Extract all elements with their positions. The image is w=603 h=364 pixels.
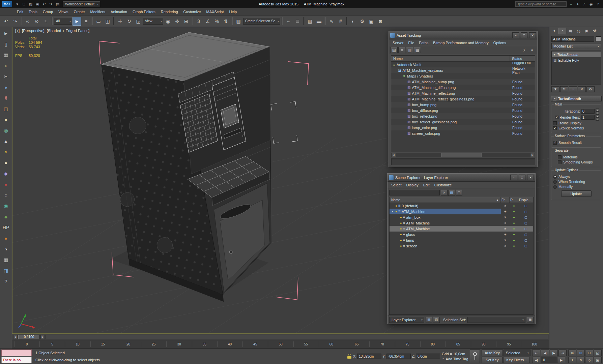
menu-item[interactable]: File — [406, 40, 417, 46]
make-unique-button[interactable]: ▱ — [569, 86, 577, 92]
asset-row[interactable]: ▧ ATM_Machine_diffuse.png Found — [391, 85, 535, 90]
z-coordinate-field[interactable]: 0,0cm — [416, 354, 440, 359]
context-help-icon[interactable]: ✦ — [528, 47, 536, 53]
menu-item[interactable]: MAXScript — [204, 9, 227, 15]
display-toggle[interactable]: ▢ — [518, 239, 533, 242]
menu-item[interactable]: Select — [389, 182, 404, 188]
tree-icon[interactable]: ♣ — [2, 213, 10, 220]
renderable-toggle[interactable]: ● — [510, 227, 518, 231]
renderable-toggle[interactable]: ● — [510, 221, 518, 225]
minimize-button[interactable]: − — [510, 175, 517, 180]
undo-icon[interactable]: ↶ — [41, 1, 47, 7]
material-editor-button[interactable]: ◐ — [349, 17, 357, 26]
clear-search-icon[interactable]: ✕ — [441, 190, 448, 196]
menu-item[interactable]: Display — [404, 182, 421, 188]
visibility-bulb-icon[interactable]: ● — [400, 233, 402, 236]
menu-item[interactable]: Views — [56, 9, 71, 15]
freeze-toggle[interactable]: ✳ — [501, 244, 510, 248]
render-column-header[interactable]: R... — [510, 197, 518, 203]
moon-icon[interactable]: ◑ — [2, 245, 10, 253]
snap-toggle-3d-button[interactable]: 3 — [194, 17, 203, 26]
menu-item[interactable]: Group — [40, 9, 56, 15]
select-by-name-button[interactable]: ≡ — [82, 17, 90, 26]
render-production-button[interactable]: ◙ — [376, 17, 385, 26]
freeze-toggle[interactable]: ✳ — [501, 221, 510, 225]
asset-row[interactable]: ▧ screen_color.png Found — [391, 130, 535, 136]
highlight-edits-icon[interactable]: ⚡ — [521, 47, 528, 53]
reference-coordinate-dropdown[interactable]: View — [143, 18, 163, 25]
scene-explorer-row[interactable]: ▼ ● ≣ ATM_Machine ✳ ● ▢ — [390, 209, 533, 214]
selection-filter-dropdown[interactable]: All — [54, 18, 72, 25]
explicit-normals-checkbox[interactable] — [553, 126, 557, 130]
help-icon[interactable]: ? — [595, 1, 601, 7]
expand-caret-icon[interactable]: ▼ — [391, 210, 394, 213]
modifier-bulb-icon[interactable]: ▦ — [553, 59, 556, 62]
always-radio[interactable] — [553, 175, 557, 179]
previous-frame-button[interactable]: ◀ — [541, 350, 549, 356]
turbosmooth-rollout-header[interactable]: − TurboSmooth — [551, 96, 602, 101]
swirl-icon[interactable]: ◉ — [2, 202, 10, 210]
current-frame-field[interactable]: 0 — [541, 357, 556, 363]
selection-set-dropdown[interactable] — [467, 317, 525, 323]
scene-explorer-row[interactable]: ● ◆ atm_box ✳ ● ▢ — [390, 214, 533, 220]
display-toggle[interactable]: ▢ — [518, 216, 533, 219]
select-arrow-icon[interactable]: ► — [2, 30, 10, 37]
tree-view-icon[interactable]: ▤ — [391, 47, 398, 53]
angle-snap-toggle[interactable]: ∠ — [203, 17, 212, 26]
explorer-mode-dropdown[interactable]: Layer Explorer — [389, 317, 424, 323]
scissors-icon[interactable]: ✂ — [2, 73, 10, 80]
render-iters-field[interactable]: 1 — [581, 115, 595, 120]
close-button[interactable]: ✕ — [527, 175, 534, 180]
selection-lock-toggle[interactable] — [347, 354, 351, 359]
visibility-bulb-icon[interactable]: ● — [395, 204, 397, 208]
calendar-icon[interactable]: ▦ — [2, 256, 10, 264]
spinner-snap-toggle[interactable]: ⇅ — [222, 17, 230, 26]
freeze-toggle[interactable]: ✳ — [501, 204, 510, 208]
edit-selection-set-icon[interactable]: ▦ — [527, 317, 534, 323]
viewport-shading-menu[interactable]: [Shaded + Edged Faces] — [47, 29, 90, 33]
smoothing-groups-checkbox[interactable] — [558, 160, 562, 164]
menu-item[interactable]: Create — [71, 9, 87, 15]
section-icon[interactable]: § — [2, 94, 10, 102]
visibility-bulb-icon[interactable]: ● — [400, 227, 402, 231]
use-pivot-point-button[interactable]: ◉ — [164, 17, 172, 26]
hierarchy-tab[interactable]: ▤ — [567, 28, 574, 34]
visibility-bulb-icon[interactable]: ● — [400, 216, 402, 219]
modify-tab[interactable]: ◔ — [558, 28, 566, 34]
crate-icon[interactable]: ▢ — [2, 105, 10, 113]
macro-recorder-field[interactable] — [1, 350, 32, 356]
time-slider-handle[interactable]: 0 / 100 — [18, 335, 40, 339]
time-slider-track[interactable] — [46, 335, 548, 339]
maximize-button[interactable]: □ — [519, 175, 525, 180]
modifier-bulb-icon[interactable]: ● — [553, 53, 555, 56]
render-iters-spinner[interactable] — [596, 115, 599, 120]
display-toggle[interactable]: ▢ — [518, 227, 533, 231]
asset-row[interactable]: ▧ ATM_Machine_reflect_glossiness.png Fou… — [391, 96, 535, 102]
renderable-toggle[interactable]: ● — [510, 204, 518, 208]
percent-snap-toggle[interactable]: % — [212, 17, 221, 26]
when-rendering-radio[interactable] — [553, 180, 557, 184]
go-to-end-button[interactable]: ⇥ — [558, 350, 567, 356]
curve-editor-button[interactable]: ∿ — [327, 17, 336, 26]
gem-icon[interactable]: ◆ — [2, 170, 10, 177]
open-file-icon[interactable]: ▨ — [28, 1, 34, 7]
auto-key-button[interactable]: Auto Key — [482, 350, 503, 356]
menu-item[interactable]: Customize — [181, 9, 204, 15]
undo-button[interactable]: ↶ — [2, 17, 10, 26]
freeze-toggle[interactable]: ✳ — [501, 216, 510, 219]
freeze-toggle[interactable]: ✳ — [501, 210, 510, 213]
next-frame-arrow[interactable]: ▶ — [40, 335, 45, 339]
scene-explorer-row[interactable]: ● ◆ screen ✳ ● ▢ — [390, 243, 533, 249]
details-view-icon[interactable]: ▥ — [406, 47, 413, 53]
layer-manager-button[interactable]: ▧ — [306, 17, 314, 26]
schematic-view-button[interactable]: # — [336, 17, 345, 26]
favorites-icon[interactable]: ☆ — [581, 1, 587, 7]
visibility-bulb-icon[interactable]: ● — [395, 210, 397, 213]
capsule-icon[interactable]: ● — [2, 116, 10, 123]
object-color-swatch[interactable] — [596, 36, 601, 42]
display-toggle[interactable]: ▢ — [518, 204, 533, 208]
renderable-toggle[interactable]: ● — [510, 216, 518, 219]
menu-item[interactable]: Customize — [432, 182, 454, 188]
select-and-scale-button[interactable]: ◲ — [134, 17, 143, 26]
visibility-bulb-icon[interactable]: ● — [400, 239, 402, 242]
